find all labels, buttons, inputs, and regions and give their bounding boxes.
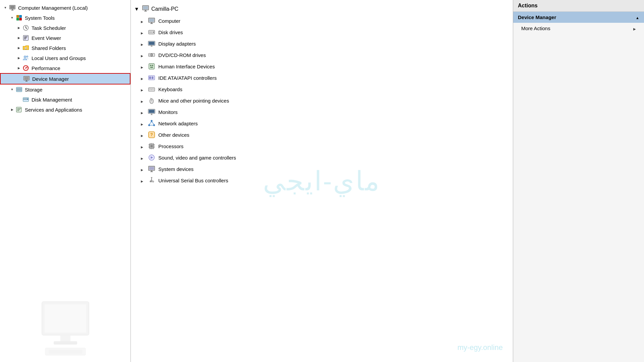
- device-system-devices[interactable]: System devices: [131, 163, 513, 175]
- computer-icon: [148, 17, 156, 25]
- svg-rect-39: [54, 341, 77, 345]
- svg-point-16: [26, 56, 28, 57]
- left-panel: Computer Management (Local) System Tools…: [0, 0, 131, 362]
- camilla-pc-root[interactable]: ▼ Camilla-PC: [131, 3, 513, 15]
- right-panel: Actions Device Manager More Actions: [513, 0, 644, 362]
- device-other[interactable]: ? Other devices: [131, 129, 513, 140]
- disk-management-expander: [16, 97, 21, 102]
- performance-expander[interactable]: [16, 65, 21, 71]
- device-ide-ata[interactable]: IDE ATA/ATAPI controllers: [131, 72, 513, 83]
- services-applications-label: Services and Applications: [25, 107, 82, 113]
- network-adapters-expander[interactable]: [141, 121, 146, 126]
- device-computer[interactable]: Computer: [131, 15, 513, 26]
- sound-video-expander[interactable]: [141, 155, 146, 161]
- usb-expander[interactable]: [141, 178, 146, 183]
- more-actions-label: More Actions: [521, 25, 550, 31]
- device-monitors[interactable]: Monitors: [131, 106, 513, 118]
- human-interface-expander[interactable]: [141, 64, 146, 69]
- network-adapters-label: Network adapters: [158, 121, 198, 126]
- sidebar-item-disk-management[interactable]: Disk Management: [0, 95, 130, 105]
- svg-rect-41: [49, 350, 82, 354]
- svg-rect-22: [24, 77, 29, 79]
- event-viewer-expander[interactable]: [16, 35, 21, 41]
- svg-rect-76: [149, 89, 150, 90]
- processors-expander[interactable]: [141, 143, 146, 149]
- system-tools-label: System Tools: [25, 15, 55, 21]
- svg-point-53: [153, 32, 154, 33]
- actions-title: Actions: [518, 3, 538, 8]
- keyboards-expander[interactable]: [141, 86, 146, 92]
- svg-rect-37: [45, 304, 86, 333]
- svg-rect-71: [149, 87, 155, 91]
- svg-rect-113: [149, 167, 154, 170]
- task-scheduler-expander[interactable]: [16, 25, 21, 31]
- svg-rect-67: [150, 67, 153, 68]
- dvd-rom-expander[interactable]: [141, 52, 146, 58]
- device-mice[interactable]: Mice and other pointing devices: [131, 95, 513, 106]
- sidebar-item-system-tools[interactable]: System Tools: [0, 13, 130, 23]
- svg-line-122: [152, 181, 153, 181]
- sidebar-item-services-applications[interactable]: Services and Applications: [0, 105, 130, 115]
- svg-text:?: ?: [150, 132, 153, 137]
- sidebar-item-device-manager[interactable]: Device Manager: [0, 73, 130, 84]
- svg-line-81: [150, 98, 152, 99]
- device-disk-drives[interactable]: Disk drives: [131, 26, 513, 38]
- keyboards-icon: [148, 85, 156, 93]
- svg-point-15: [24, 56, 26, 58]
- system-tools-expander[interactable]: [9, 15, 15, 20]
- actions-section-device-manager[interactable]: Device Manager: [513, 12, 644, 23]
- root-label: Computer Management (Local): [18, 5, 88, 11]
- device-keyboards[interactable]: Keyboards: [131, 83, 513, 95]
- display-adapters-expander[interactable]: [141, 41, 146, 47]
- sidebar-item-shared-folders[interactable]: Shared Folders: [0, 43, 130, 53]
- human-interface-icon: [148, 62, 156, 70]
- system-devices-label: System devices: [158, 166, 194, 172]
- device-processors[interactable]: Processors: [131, 140, 513, 152]
- monitors-expander[interactable]: [141, 109, 146, 115]
- watermark-url: my-egy.online: [458, 343, 503, 352]
- svg-point-66: [152, 65, 153, 66]
- shared-folders-expander[interactable]: [16, 45, 21, 51]
- sidebar-item-event-viewer[interactable]: Event Viewer: [0, 33, 130, 43]
- sidebar-item-task-scheduler[interactable]: Task Scheduler: [0, 23, 130, 33]
- device-sound-video[interactable]: Sound, video and game controllers: [131, 152, 513, 163]
- event-viewer-label: Event Viewer: [32, 35, 61, 41]
- camilla-pc-expander[interactable]: ▼: [134, 6, 141, 12]
- device-human-interface[interactable]: Human Interface Devices: [131, 61, 513, 72]
- usb-icon: [148, 176, 156, 184]
- computer-management-icon: [9, 4, 16, 11]
- sidebar-item-local-users[interactable]: Local Users and Groups: [0, 53, 130, 63]
- root-tree-item[interactable]: Computer Management (Local): [0, 3, 130, 13]
- device-display-adapters[interactable]: Display adapters: [131, 38, 513, 49]
- section-collapse-icon[interactable]: [636, 14, 639, 20]
- disk-drives-expander[interactable]: [141, 29, 146, 35]
- usb-label: Universal Serial Bus controllers: [158, 178, 228, 183]
- sidebar-item-performance[interactable]: Performance: [0, 63, 130, 73]
- services-applications-expander[interactable]: [9, 107, 15, 112]
- more-actions-item[interactable]: More Actions: [513, 23, 644, 34]
- other-devices-expander[interactable]: [141, 132, 146, 138]
- disk-management-icon: [22, 96, 30, 103]
- services-applications-icon: [15, 106, 23, 113]
- device-usb[interactable]: Universal Serial Bus controllers: [131, 175, 513, 186]
- mice-expander[interactable]: [141, 98, 146, 104]
- other-devices-icon: ?: [148, 131, 156, 139]
- system-devices-expander[interactable]: [141, 166, 146, 172]
- svg-rect-119: [150, 181, 152, 182]
- actions-section-label: Device Manager: [518, 14, 556, 20]
- sidebar-item-storage[interactable]: Storage: [0, 84, 130, 95]
- human-interface-label: Human Interface Devices: [158, 64, 215, 69]
- computer-expander[interactable]: [141, 18, 146, 24]
- local-users-expander[interactable]: [16, 55, 21, 61]
- svg-point-65: [150, 65, 152, 66]
- device-network-adapters[interactable]: Network adapters: [131, 118, 513, 129]
- svg-rect-48: [149, 19, 154, 22]
- device-dvd-rom[interactable]: DVD/CD-ROM drives: [131, 49, 513, 61]
- ide-ata-expander[interactable]: [141, 75, 146, 81]
- performance-icon: [22, 64, 30, 72]
- storage-expander[interactable]: [9, 87, 15, 92]
- root-expander[interactable]: [3, 5, 8, 10]
- sound-video-icon: [148, 154, 156, 162]
- display-adapters-label: Display adapters: [158, 41, 196, 47]
- svg-point-88: [151, 120, 153, 122]
